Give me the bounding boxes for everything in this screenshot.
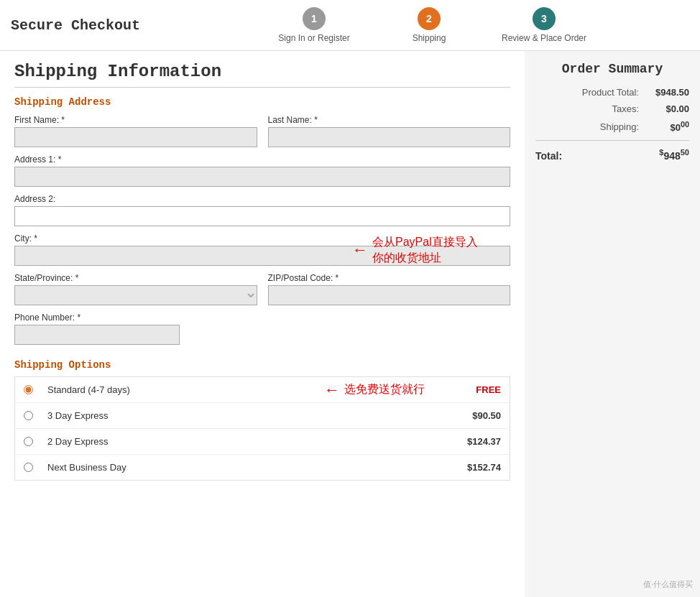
product-total-value: $948.50 xyxy=(639,87,689,98)
first-name-group: First Name: * xyxy=(14,115,257,147)
total-dollars: 948 xyxy=(663,150,680,162)
first-name-input[interactable] xyxy=(14,127,257,147)
option-row-2day: 2 Day Express $124.37 xyxy=(15,429,510,455)
header: Secure Checkout 1 Sign In or Register 2 … xyxy=(0,0,700,51)
left-content: Shipping Information Shipping Address Fi… xyxy=(0,51,525,491)
option-row-standard: Standard (4-7 days) FREE ← 选免费送货就行 xyxy=(15,377,510,403)
phone-label: Phone Number: * xyxy=(14,313,180,323)
3day-option-price: $90.50 xyxy=(458,410,501,421)
site-title: Secure Checkout xyxy=(11,17,140,34)
total-value: $94850 xyxy=(659,148,689,162)
shipping-value: $000 xyxy=(639,120,689,133)
step-1: 1 Sign In or Register xyxy=(257,7,372,43)
address2-input[interactable] xyxy=(14,206,510,226)
paypal-annotation-text: 会从PayPal直接导入你的收货地址 xyxy=(372,233,478,266)
zip-group: ZIP/Postal Code: * xyxy=(268,273,511,305)
free-shipping-annotation: ← 选免费送货就行 xyxy=(324,381,425,399)
taxes-row: Taxes: $0.00 xyxy=(535,103,689,114)
page-heading: Shipping Information xyxy=(14,62,510,88)
state-label: State/Province: * xyxy=(14,273,257,283)
step-3-circle: 3 xyxy=(533,7,556,30)
address1-row: Address 1: * xyxy=(14,154,510,187)
standard-option-price: FREE xyxy=(458,384,501,395)
total-row: Total: $94850 xyxy=(535,148,689,162)
step-1-label: Sign In or Register xyxy=(278,33,349,43)
option-row-3day: 3 Day Express $90.50 xyxy=(15,403,510,429)
address1-group: Address 1: * xyxy=(14,154,510,187)
zip-label: ZIP/Postal Code: * xyxy=(268,273,511,283)
step-2-label: Shipping xyxy=(413,33,446,43)
state-zip-row: State/Province: * ZIP/Postal Code: * xyxy=(14,273,510,305)
step-1-circle: 1 xyxy=(303,7,326,30)
step-3: 3 Review & Place Order xyxy=(487,7,602,43)
right-sidebar: Order Summary Product Total: $948.50 Tax… xyxy=(525,51,700,597)
first-name-label: First Name: * xyxy=(14,115,257,125)
last-name-label: Last Name: * xyxy=(268,115,511,125)
2day-radio[interactable] xyxy=(24,437,33,446)
product-total-label: Product Total: xyxy=(535,87,639,98)
step-2: 2 Shipping xyxy=(372,7,487,43)
2day-option-name: 2 Day Express xyxy=(47,436,458,447)
last-name-group: Last Name: * xyxy=(268,115,511,147)
step-2-circle: 2 xyxy=(418,7,441,30)
paypal-annotation: ← 会从PayPal直接导入你的收货地址 xyxy=(352,233,478,266)
address2-row: Address 2: xyxy=(14,194,510,226)
product-total-row: Product Total: $948.50 xyxy=(535,87,689,98)
address1-input[interactable] xyxy=(14,167,510,187)
option-row-next-day: Next Business Day $152.74 xyxy=(15,455,510,480)
shipping-options-title: Shipping Options xyxy=(14,359,510,371)
shipping-row: Shipping: $000 xyxy=(535,120,689,133)
taxes-value: $0.00 xyxy=(639,103,689,114)
checkout-steps: 1 Sign In or Register 2 Shipping 3 Revie… xyxy=(169,7,689,43)
address2-group: Address 2: xyxy=(14,194,510,226)
next-day-option-price: $152.74 xyxy=(458,462,501,473)
city-row: City: * ← 会从PayPal直接导入你的收货地址 xyxy=(14,233,510,266)
phone-group: Phone Number: * xyxy=(14,313,180,345)
main-layout: Shipping Information Shipping Address Fi… xyxy=(0,51,700,597)
shipping-address-title: Shipping Address xyxy=(14,96,510,108)
name-row: First Name: * Last Name: * xyxy=(14,115,510,147)
3day-option-name: 3 Day Express xyxy=(47,410,458,421)
arrow-left-shipping-icon: ← xyxy=(324,381,340,399)
phone-input[interactable] xyxy=(14,325,180,345)
shipping-options-section: Shipping Options Standard (4-7 days) FRE… xyxy=(14,359,510,481)
watermark: 值·什么值得买 xyxy=(643,579,693,590)
state-group: State/Province: * xyxy=(14,273,257,305)
2day-option-price: $124.37 xyxy=(458,436,501,447)
standard-radio[interactable] xyxy=(24,385,33,394)
address1-label: Address 1: * xyxy=(14,154,510,165)
next-day-option-name: Next Business Day xyxy=(47,462,458,473)
total-label: Total: xyxy=(535,150,562,162)
step-3-label: Review & Place Order xyxy=(502,33,586,43)
zip-input[interactable] xyxy=(268,285,511,305)
order-summary-title: Order Summary xyxy=(535,62,689,76)
summary-divider xyxy=(535,140,689,141)
taxes-label: Taxes: xyxy=(535,103,639,114)
shipping-label: Shipping: xyxy=(535,121,639,132)
phone-row: Phone Number: * xyxy=(14,313,510,345)
total-cents: 50 xyxy=(681,148,689,157)
address2-label: Address 2: xyxy=(14,194,510,204)
shipping-address-section: Shipping Address First Name: * Last Name… xyxy=(14,96,510,345)
state-select[interactable] xyxy=(14,285,257,305)
next-day-radio[interactable] xyxy=(24,463,33,472)
shipping-options-table: Standard (4-7 days) FREE ← 选免费送货就行 3 Day… xyxy=(14,376,510,481)
arrow-left-icon: ← xyxy=(352,241,368,259)
shipping-sup: 00 xyxy=(681,120,689,129)
free-shipping-annotation-text: 选免费送货就行 xyxy=(344,382,425,397)
3day-radio[interactable] xyxy=(24,411,33,420)
last-name-input[interactable] xyxy=(268,127,511,147)
